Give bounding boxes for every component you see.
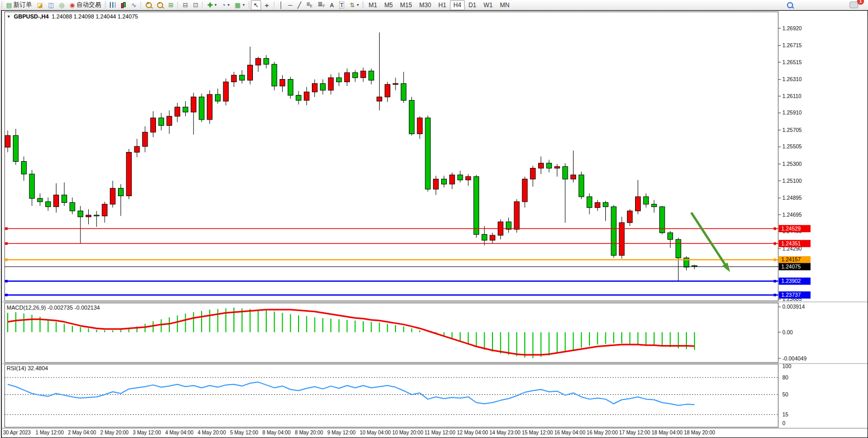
- text-icon: A: [330, 2, 333, 8]
- tile-windows-icon: ⊞: [168, 2, 173, 8]
- zoom-in-button[interactable]: +: [143, 0, 154, 10]
- vertical-line-icon: │: [279, 2, 283, 8]
- down-arrow-annotation[interactable]: [691, 213, 730, 272]
- market-watch-icon: ◫: [48, 2, 54, 8]
- cursor-tool-button[interactable]: ↖: [251, 0, 261, 10]
- arrows-tool-button[interactable]: ⇅ ▾: [347, 0, 361, 10]
- market-watch-button[interactable]: ◫: [46, 0, 56, 10]
- tile-windows-button[interactable]: ⊞: [166, 0, 176, 10]
- horizontal-line-object[interactable]: 1.24529: [5, 225, 811, 232]
- indicator-window-add-button[interactable]: ⊡: [190, 0, 201, 10]
- svg-text:3 May 12:00: 3 May 12:00: [133, 430, 161, 435]
- fibonacci-icon: ≣F: [318, 1, 325, 9]
- svg-text:1.26310: 1.26310: [782, 76, 802, 82]
- zoom-in-icon: +: [146, 2, 152, 8]
- zoom-out-button[interactable]: −: [154, 0, 166, 10]
- indicator-window-button[interactable]: ⊟: [180, 0, 190, 10]
- timeframe-m1-button[interactable]: M1: [365, 0, 381, 10]
- template-button[interactable]: ▦ ▾: [232, 0, 247, 10]
- svg-text:0.003914: 0.003914: [782, 303, 805, 310]
- trendline-tool-button[interactable]: ╱: [295, 0, 304, 10]
- styles-button[interactable]: ◪: [34, 0, 45, 10]
- auto-trading-button[interactable]: ◉ 自动交易: [67, 0, 104, 10]
- timeframe-m15-button[interactable]: M15: [397, 0, 416, 10]
- svg-text:18 May 20:00: 18 May 20:00: [684, 430, 715, 435]
- svg-text:1.24351: 1.24351: [781, 240, 801, 246]
- text-label-icon: T: [339, 2, 345, 9]
- chevron-down-icon[interactable]: ▼: [7, 14, 11, 19]
- candlestick-chart-button[interactable]: [118, 0, 129, 10]
- horizontal-line-tool-button[interactable]: ─: [286, 0, 295, 10]
- svg-text:2 May 20:00: 2 May 20:00: [101, 430, 129, 435]
- svg-text:1.26110: 1.26110: [782, 93, 801, 99]
- vertical-line-tool-button[interactable]: │: [277, 0, 286, 10]
- svg-text:17 May 12:00: 17 May 12:00: [619, 430, 650, 435]
- paint-bucket-icon: ◪: [37, 2, 43, 8]
- svg-text:8 May 04:00: 8 May 04:00: [263, 430, 291, 435]
- svg-text:1.24075: 1.24075: [781, 263, 801, 270]
- search-button[interactable]: [784, 0, 796, 10]
- toolbar-grip[interactable]: [1, 2, 3, 9]
- indicator-window-icon: ⊟: [183, 2, 188, 8]
- svg-text:2 May 04:00: 2 May 04:00: [68, 430, 96, 435]
- svg-text:1.23737: 1.23737: [781, 292, 801, 298]
- timeframe-m5-button[interactable]: M5: [381, 0, 397, 10]
- svg-text:4 May 04:00: 4 May 04:00: [165, 430, 193, 435]
- svg-text:100: 100: [782, 363, 792, 369]
- auto-trading-label: 自动交易: [76, 1, 101, 9]
- timeframe-d1-button[interactable]: D1: [465, 0, 480, 10]
- line-chart-button[interactable]: ∿: [129, 0, 139, 10]
- svg-text:15: 15: [782, 411, 788, 417]
- chart-title-quotes: 1.24088 1.24098 1.24044 1.24075: [52, 13, 138, 20]
- svg-text:0.00: 0.00: [782, 329, 793, 335]
- chart-window: ▼ GBPUSD-,H4 1.24088 1.24098 1.24044 1.2…: [1, 10, 868, 438]
- svg-text:1.24895: 1.24895: [782, 195, 802, 201]
- rsi-indicator-label: RSI(14) 32.4804: [7, 365, 48, 371]
- chart-canvas[interactable]: 1.269201.267151.265151.263101.261101.259…: [2, 11, 867, 437]
- svg-text:9 May 12:00: 9 May 12:00: [327, 430, 356, 435]
- template-icon: ▦: [235, 2, 241, 8]
- timeframe-mn-button[interactable]: MN: [497, 0, 514, 10]
- svg-text:1.24695: 1.24695: [782, 212, 802, 218]
- new-order-button[interactable]: ▤ 新订单: [4, 0, 34, 10]
- cursor-icon: ↖: [253, 2, 259, 8]
- main-toolbar: ▤ 新订单 ◪ ◫ ◎ ◉ 自动交易 ∿ + − ⊞ ⊟ ⊡ ✚ ▾: [0, 0, 868, 10]
- text-tool-button[interactable]: A: [327, 0, 336, 10]
- time-axis[interactable]: 30 Apr 20231 May 12:002 May 04:002 May 2…: [3, 430, 715, 435]
- timeframe-m30-button[interactable]: M30: [416, 0, 435, 10]
- svg-text:-0.004049: -0.004049: [782, 355, 806, 361]
- svg-text:12 May 04:00: 12 May 04:00: [457, 430, 488, 435]
- horizontal-line-object[interactable]: 1.23902: [5, 278, 811, 285]
- chevron-down-icon: ▾: [243, 3, 245, 7]
- horizontal-line-object[interactable]: 1.23737: [5, 291, 811, 298]
- svg-text:1.26515: 1.26515: [782, 59, 802, 65]
- svg-text:1.24529: 1.24529: [781, 225, 801, 232]
- timeframe-h1-button[interactable]: H1: [435, 0, 449, 10]
- horizontal-line-object[interactable]: 1.24351: [5, 240, 811, 247]
- equidistant-channel-tool-button[interactable]: ≡E: [304, 0, 315, 10]
- crosshair-tool-button[interactable]: ＋: [261, 0, 272, 10]
- timeframe-w1-button[interactable]: W1: [480, 0, 497, 10]
- toolbar-grip[interactable]: [105, 2, 106, 9]
- svg-text:30 Apr 2023: 30 Apr 2023: [3, 430, 31, 435]
- toolbar-grip[interactable]: [362, 2, 364, 9]
- timeframe-h4-button[interactable]: H4: [450, 0, 465, 10]
- svg-text:10 May 20:00: 10 May 20:00: [392, 430, 423, 435]
- equidistant-channel-icon: ≡E: [306, 1, 312, 9]
- periods-button[interactable]: ◔ ▾: [219, 0, 232, 10]
- text-label-tool-button[interactable]: T: [337, 0, 347, 10]
- signal-button[interactable]: ◎: [56, 0, 67, 10]
- search-icon: [787, 2, 793, 8]
- bid-price-line: 1.24075: [5, 263, 811, 270]
- add-indicator-button[interactable]: ✚ ▾: [205, 0, 219, 10]
- chart-title-symbol: GBPUSD-,H4: [14, 13, 49, 20]
- notifications-button[interactable]: 1: [847, 0, 861, 10]
- svg-text:4 May 20:00: 4 May 20:00: [198, 430, 226, 435]
- bar-chart-button[interactable]: [107, 0, 118, 10]
- fibonacci-tool-button[interactable]: ≣F: [315, 0, 327, 10]
- toolbar-grip[interactable]: [248, 2, 250, 9]
- horizontal-line-object[interactable]: 1.24157: [5, 256, 811, 263]
- macd-pane: 0.0039140.00-0.004049: [8, 303, 806, 361]
- svg-text:1.25300: 1.25300: [782, 161, 802, 167]
- chevron-down-icon: ▾: [228, 3, 230, 7]
